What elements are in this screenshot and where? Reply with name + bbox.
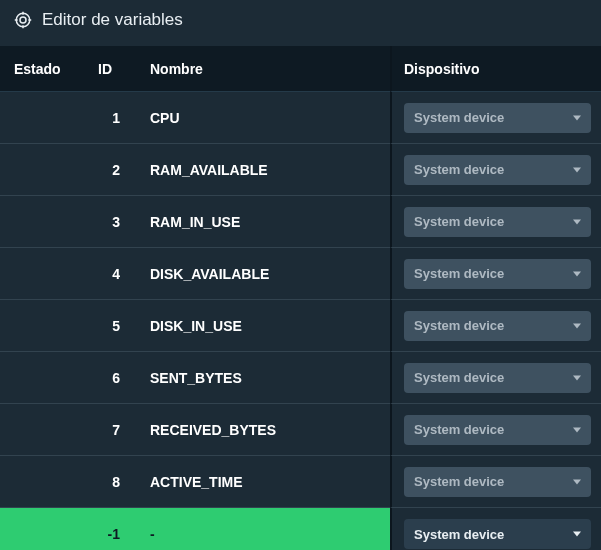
- table-row[interactable]: 1 CPU: [0, 92, 390, 144]
- device-select[interactable]: System device: [404, 155, 591, 185]
- table-row-new[interactable]: -1 -: [0, 508, 390, 550]
- cell-nombre: RAM_AVAILABLE: [150, 162, 390, 178]
- table-row[interactable]: 8 ACTIVE_TIME: [0, 456, 390, 508]
- table-row: System device: [390, 456, 601, 508]
- cell-nombre: SENT_BYTES: [150, 370, 390, 386]
- device-select-wrap: System device: [404, 103, 591, 133]
- device-select-wrap: System device: [404, 259, 591, 289]
- device-select[interactable]: System device: [404, 519, 591, 549]
- page-header: Editor de variables: [0, 0, 601, 46]
- cell-nombre: ACTIVE_TIME: [150, 474, 390, 490]
- table-row[interactable]: 2 RAM_AVAILABLE: [0, 144, 390, 196]
- table-header-row: Dispositivo: [390, 46, 601, 92]
- table-row: System device: [390, 352, 601, 404]
- cell-nombre: -: [150, 526, 390, 542]
- cell-id: 8: [68, 474, 150, 490]
- cell-id: 6: [68, 370, 150, 386]
- cell-id: -1: [68, 526, 150, 542]
- svg-point-0: [16, 13, 30, 27]
- page-title: Editor de variables: [42, 10, 183, 30]
- device-select[interactable]: System device: [404, 311, 591, 341]
- cell-id: 1: [68, 110, 150, 126]
- device-select-wrap: System device: [404, 207, 591, 237]
- cell-id: 4: [68, 266, 150, 282]
- col-header-id[interactable]: ID: [98, 61, 150, 77]
- device-select-wrap: System device: [404, 311, 591, 341]
- cell-nombre: DISK_IN_USE: [150, 318, 390, 334]
- device-select[interactable]: System device: [404, 259, 591, 289]
- table-row: System device: [390, 196, 601, 248]
- table-right-pane: Dispositivo System device System device …: [390, 46, 601, 550]
- table-row[interactable]: 7 RECEIVED_BYTES: [0, 404, 390, 456]
- cell-nombre: RAM_IN_USE: [150, 214, 390, 230]
- device-select-wrap: System device: [404, 155, 591, 185]
- table-row-new: System device: [390, 508, 601, 550]
- table-left-pane: Estado ID Nombre 1 CPU 2 RAM_AVAILABLE 3…: [0, 46, 390, 550]
- variables-table: Estado ID Nombre 1 CPU 2 RAM_AVAILABLE 3…: [0, 46, 601, 550]
- device-select[interactable]: System device: [404, 207, 591, 237]
- cell-nombre: RECEIVED_BYTES: [150, 422, 390, 438]
- cell-id: 3: [68, 214, 150, 230]
- cell-id: 5: [68, 318, 150, 334]
- device-select-wrap: System device: [404, 467, 591, 497]
- col-header-nombre[interactable]: Nombre: [150, 61, 390, 77]
- table-row[interactable]: 6 SENT_BYTES: [0, 352, 390, 404]
- cell-id: 2: [68, 162, 150, 178]
- table-row[interactable]: 4 DISK_AVAILABLE: [0, 248, 390, 300]
- target-icon: [14, 11, 32, 29]
- table-header-row: Estado ID Nombre: [0, 46, 390, 92]
- table-row: System device: [390, 300, 601, 352]
- table-row: System device: [390, 404, 601, 456]
- table-row[interactable]: 3 RAM_IN_USE: [0, 196, 390, 248]
- col-header-dispositivo[interactable]: Dispositivo: [404, 61, 479, 77]
- device-select-wrap: System device: [404, 519, 591, 549]
- svg-point-1: [20, 17, 26, 23]
- table-row: System device: [390, 248, 601, 300]
- device-select-wrap: System device: [404, 363, 591, 393]
- col-header-estado[interactable]: Estado: [14, 61, 98, 77]
- device-select[interactable]: System device: [404, 415, 591, 445]
- cell-id: 7: [68, 422, 150, 438]
- device-select[interactable]: System device: [404, 103, 591, 133]
- cell-nombre: CPU: [150, 110, 390, 126]
- table-row: System device: [390, 144, 601, 196]
- table-row: System device: [390, 92, 601, 144]
- cell-nombre: DISK_AVAILABLE: [150, 266, 390, 282]
- device-select[interactable]: System device: [404, 467, 591, 497]
- device-select[interactable]: System device: [404, 363, 591, 393]
- table-row[interactable]: 5 DISK_IN_USE: [0, 300, 390, 352]
- device-select-wrap: System device: [404, 415, 591, 445]
